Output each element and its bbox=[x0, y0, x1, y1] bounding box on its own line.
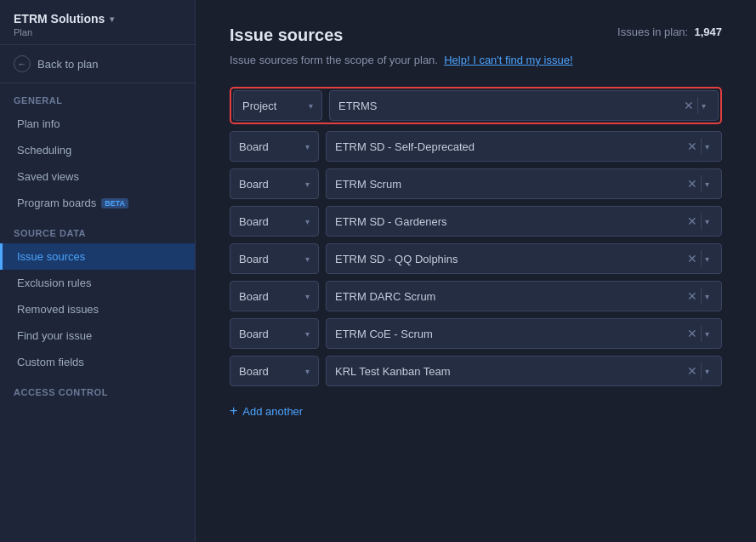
page-description: Issue sources form the scope of your pla… bbox=[230, 54, 722, 66]
type-value-3: Board bbox=[239, 215, 269, 228]
value-select-5[interactable]: ETRM DARC Scrum ✕ ▾ bbox=[326, 281, 722, 311]
sidebar-item-program-boards-label: Program boards bbox=[17, 197, 96, 209]
sidebar-item-plan-info[interactable]: Plan info bbox=[0, 111, 195, 137]
clear-button-1[interactable]: ✕ bbox=[684, 140, 701, 152]
type-select-6[interactable]: Board ▾ bbox=[230, 318, 319, 349]
sidebar-item-find-your-issue-label: Find your issue bbox=[17, 329, 92, 342]
type-select-5[interactable]: Board ▾ bbox=[230, 281, 319, 311]
clear-button-3[interactable]: ✕ bbox=[684, 215, 701, 227]
type-chevron-icon-1: ▾ bbox=[305, 142, 310, 151]
value-select-0[interactable]: ETRMS ✕ ▾ bbox=[329, 90, 719, 121]
type-value-2: Board bbox=[239, 178, 269, 191]
add-another-label: Add another bbox=[242, 405, 303, 418]
source-row: Project ▾ ETRMS ✕ ▾ bbox=[230, 87, 722, 124]
source-data-section-label: Source data bbox=[0, 216, 195, 243]
type-value-0: Project bbox=[242, 100, 276, 112]
type-chevron-icon-5: ▾ bbox=[305, 292, 310, 301]
sidebar-item-saved-views-label: Saved views bbox=[17, 170, 79, 183]
type-chevron-icon-7: ▾ bbox=[305, 367, 310, 376]
type-chevron-icon-3: ▾ bbox=[305, 217, 310, 226]
sidebar-item-scheduling-label: Scheduling bbox=[17, 144, 71, 157]
value-select-1[interactable]: ETRM SD - Self-Deprecated ✕ ▾ bbox=[326, 131, 722, 162]
type-chevron-icon-4: ▾ bbox=[305, 254, 310, 264]
expand-button-0[interactable]: ▾ bbox=[698, 101, 709, 111]
type-value-4: Board bbox=[239, 253, 269, 265]
org-name-text: ETRM Solutions bbox=[14, 12, 105, 26]
value-text-4: ETRM SD - QQ Dolphins bbox=[335, 253, 684, 265]
sidebar-item-saved-views[interactable]: Saved views bbox=[0, 163, 195, 190]
main-content: Issue sources Issues in plan: 1,947 Issu… bbox=[196, 0, 756, 542]
expand-button-1[interactable]: ▾ bbox=[702, 142, 713, 151]
value-text-3: ETRM SD - Gardeners bbox=[335, 215, 684, 228]
sidebar-item-scheduling[interactable]: Scheduling bbox=[0, 137, 195, 163]
back-icon: ← bbox=[14, 55, 31, 72]
value-select-3[interactable]: ETRM SD - Gardeners ✕ ▾ bbox=[326, 206, 722, 237]
clear-button-4[interactable]: ✕ bbox=[684, 253, 701, 265]
source-row: Board ▾ ETRM SD - Self-Deprecated ✕ ▾ bbox=[230, 131, 722, 162]
type-select-7[interactable]: Board ▾ bbox=[230, 356, 319, 386]
clear-button-7[interactable]: ✕ bbox=[684, 365, 701, 377]
type-chevron-icon-0: ▾ bbox=[309, 101, 313, 111]
beta-badge: BETA bbox=[101, 198, 128, 208]
access-control-section-label: Access control bbox=[0, 375, 195, 402]
value-select-2[interactable]: ETRM Scrum ✕ ▾ bbox=[326, 168, 722, 199]
issues-in-plan-label: Issues in plan: bbox=[617, 26, 688, 38]
type-value-7: Board bbox=[239, 365, 269, 378]
value-text-0: ETRMS bbox=[338, 100, 680, 112]
plan-label: Plan bbox=[14, 27, 181, 37]
source-row: Board ▾ ETRM Scrum ✕ ▾ bbox=[230, 168, 722, 199]
source-row: Board ▾ KRL Test Kanban Team ✕ ▾ bbox=[230, 356, 722, 386]
expand-button-2[interactable]: ▾ bbox=[702, 180, 713, 189]
page-title: Issue sources bbox=[230, 26, 343, 45]
type-value-5: Board bbox=[239, 290, 269, 303]
expand-button-5[interactable]: ▾ bbox=[702, 292, 713, 301]
source-row: Board ▾ ETRM CoE - Scrum ✕ ▾ bbox=[230, 318, 722, 349]
value-text-5: ETRM DARC Scrum bbox=[335, 290, 684, 303]
sidebar-nav: General Plan info Scheduling Saved views… bbox=[0, 83, 195, 402]
type-value-6: Board bbox=[239, 328, 269, 340]
value-select-6[interactable]: ETRM CoE - Scrum ✕ ▾ bbox=[326, 318, 722, 349]
issues-in-plan-count: 1,947 bbox=[694, 26, 722, 38]
clear-button-0[interactable]: ✕ bbox=[680, 100, 697, 111]
type-select-1[interactable]: Board ▾ bbox=[230, 131, 319, 162]
source-row: Board ▾ ETRM SD - Gardeners ✕ ▾ bbox=[230, 206, 722, 237]
sidebar-item-custom-fields[interactable]: Custom fields bbox=[0, 349, 195, 375]
type-select-4[interactable]: Board ▾ bbox=[230, 243, 319, 274]
sidebar-item-exclusion-rules[interactable]: Exclusion rules bbox=[0, 270, 195, 296]
type-select-0[interactable]: Project ▾ bbox=[233, 90, 322, 121]
sidebar-item-removed-issues[interactable]: Removed issues bbox=[0, 296, 195, 322]
expand-button-6[interactable]: ▾ bbox=[702, 329, 713, 339]
value-text-1: ETRM SD - Self-Deprecated bbox=[335, 140, 684, 153]
type-select-3[interactable]: Board ▾ bbox=[230, 206, 319, 237]
sidebar-item-removed-issues-label: Removed issues bbox=[17, 303, 99, 316]
help-link[interactable]: Help! I can't find my issue! bbox=[444, 54, 572, 66]
clear-button-5[interactable]: ✕ bbox=[684, 290, 701, 302]
clear-button-2[interactable]: ✕ bbox=[684, 178, 701, 190]
value-select-4[interactable]: ETRM SD - QQ Dolphins ✕ ▾ bbox=[326, 243, 722, 274]
source-row: Board ▾ ETRM SD - QQ Dolphins ✕ ▾ bbox=[230, 243, 722, 274]
sidebar-header: ETRM Solutions ▾ Plan bbox=[0, 0, 195, 45]
sidebar-item-program-boards[interactable]: Program boards BETA bbox=[0, 190, 195, 216]
back-to-plan-button[interactable]: ← Back to plan bbox=[0, 45, 195, 83]
type-select-2[interactable]: Board ▾ bbox=[230, 168, 319, 199]
value-text-6: ETRM CoE - Scrum bbox=[335, 328, 684, 340]
expand-button-3[interactable]: ▾ bbox=[702, 217, 713, 226]
org-name[interactable]: ETRM Solutions ▾ bbox=[14, 12, 181, 26]
sidebar-item-exclusion-rules-label: Exclusion rules bbox=[17, 277, 91, 289]
clear-button-6[interactable]: ✕ bbox=[684, 328, 701, 339]
sidebar-item-custom-fields-label: Custom fields bbox=[17, 356, 84, 368]
sidebar-item-issue-sources[interactable]: Issue sources bbox=[0, 243, 195, 270]
value-text-2: ETRM Scrum bbox=[335, 178, 684, 191]
type-value-1: Board bbox=[239, 140, 269, 153]
add-another-button[interactable]: + Add another bbox=[230, 400, 722, 422]
sidebar-item-plan-info-label: Plan info bbox=[17, 117, 60, 130]
expand-button-4[interactable]: ▾ bbox=[702, 254, 713, 264]
general-section-label: General bbox=[0, 83, 195, 111]
value-select-7[interactable]: KRL Test Kanban Team ✕ ▾ bbox=[326, 356, 722, 386]
org-chevron-icon: ▾ bbox=[110, 14, 114, 24]
issues-in-plan: Issues in plan: 1,947 bbox=[617, 26, 722, 38]
expand-button-7[interactable]: ▾ bbox=[702, 367, 713, 376]
source-row: Board ▾ ETRM DARC Scrum ✕ ▾ bbox=[230, 281, 722, 311]
sidebar-item-find-your-issue[interactable]: Find your issue bbox=[0, 322, 195, 349]
sidebar: ETRM Solutions ▾ Plan ← Back to plan Gen… bbox=[0, 0, 196, 542]
